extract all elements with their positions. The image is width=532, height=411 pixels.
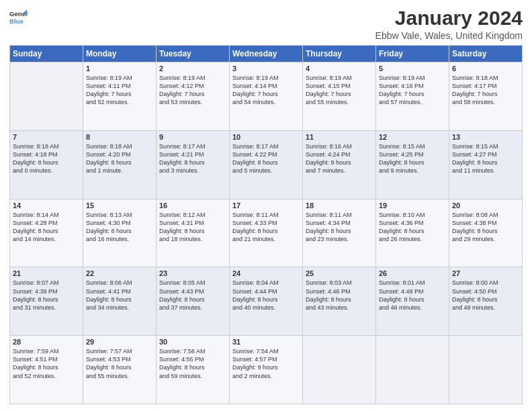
calendar-week-row: 1Sunrise: 8:19 AM Sunset: 4:11 PM Daylig… — [10, 62, 523, 131]
cell-details: Sunrise: 8:17 AM Sunset: 4:22 PM Dayligh… — [232, 142, 300, 175]
day-number: 1 — [86, 64, 153, 73]
cell-details: Sunrise: 8:03 AM Sunset: 4:46 PM Dayligh… — [306, 279, 373, 312]
calendar-week-row: 14Sunrise: 8:14 AM Sunset: 4:28 PM Dayli… — [10, 199, 523, 267]
day-number: 19 — [379, 201, 446, 210]
day-number: 29 — [86, 338, 153, 346]
calendar-cell: 20Sunrise: 8:08 AM Sunset: 4:38 PM Dayli… — [449, 199, 523, 267]
calendar-cell — [449, 336, 523, 404]
day-number: 15 — [86, 201, 153, 210]
cell-details: Sunrise: 8:07 AM Sunset: 4:39 PM Dayligh… — [13, 279, 80, 312]
day-number: 8 — [86, 133, 153, 141]
calendar-cell: 9Sunrise: 8:17 AM Sunset: 4:21 PM Daylig… — [157, 130, 230, 199]
cell-details: Sunrise: 8:08 AM Sunset: 4:38 PM Dayligh… — [452, 211, 519, 244]
page: General Blue January 2024 Ebbw Vale, Wal… — [0, 0, 532, 411]
calendar-cell: 29Sunrise: 7:57 AM Sunset: 4:53 PM Dayli… — [83, 336, 157, 404]
calendar-day-header: Sunday — [10, 46, 83, 62]
logo: General Blue — [9, 7, 28, 27]
cell-details: Sunrise: 7:59 AM Sunset: 4:51 PM Dayligh… — [13, 347, 80, 380]
cell-details: Sunrise: 8:16 AM Sunset: 4:24 PM Dayligh… — [306, 142, 373, 175]
cell-details: Sunrise: 7:57 AM Sunset: 4:53 PM Dayligh… — [86, 347, 153, 380]
calendar-day-header: Thursday — [303, 46, 376, 62]
main-title: January 2024 — [375, 7, 523, 29]
day-number: 13 — [452, 133, 519, 141]
day-number: 7 — [13, 133, 80, 141]
calendar-day-header: Saturday — [449, 46, 523, 62]
cell-details: Sunrise: 8:04 AM Sunset: 4:44 PM Dayligh… — [232, 279, 300, 312]
calendar-week-row: 28Sunrise: 7:59 AM Sunset: 4:51 PM Dayli… — [10, 336, 523, 404]
cell-details: Sunrise: 8:18 AM Sunset: 4:18 PM Dayligh… — [13, 142, 80, 175]
calendar-day-header: Monday — [83, 46, 157, 62]
calendar-cell: 5Sunrise: 8:19 AM Sunset: 4:16 PM Daylig… — [376, 62, 449, 131]
cell-details: Sunrise: 8:18 AM Sunset: 4:17 PM Dayligh… — [452, 74, 519, 107]
calendar-cell: 2Sunrise: 8:19 AM Sunset: 4:12 PM Daylig… — [157, 62, 230, 131]
calendar-cell: 14Sunrise: 8:14 AM Sunset: 4:28 PM Dayli… — [10, 199, 83, 267]
day-number: 30 — [159, 338, 226, 346]
calendar-cell: 16Sunrise: 8:12 AM Sunset: 4:31 PM Dayli… — [157, 199, 230, 267]
cell-details: Sunrise: 8:14 AM Sunset: 4:28 PM Dayligh… — [13, 211, 80, 244]
cell-details: Sunrise: 7:54 AM Sunset: 4:57 PM Dayligh… — [232, 347, 300, 380]
day-number: 4 — [306, 64, 373, 73]
day-number: 20 — [452, 201, 519, 210]
day-number: 6 — [452, 64, 519, 73]
calendar-week-row: 21Sunrise: 8:07 AM Sunset: 4:39 PM Dayli… — [10, 267, 523, 336]
calendar-header-row: SundayMondayTuesdayWednesdayThursdayFrid… — [10, 46, 523, 62]
day-number: 10 — [232, 133, 300, 141]
cell-details: Sunrise: 8:17 AM Sunset: 4:21 PM Dayligh… — [159, 142, 226, 175]
cell-details: Sunrise: 8:19 AM Sunset: 4:15 PM Dayligh… — [306, 74, 373, 107]
cell-details: Sunrise: 7:56 AM Sunset: 4:55 PM Dayligh… — [159, 347, 226, 380]
cell-details: Sunrise: 8:19 AM Sunset: 4:14 PM Dayligh… — [232, 74, 300, 107]
day-number: 9 — [159, 133, 226, 141]
calendar-cell: 4Sunrise: 8:19 AM Sunset: 4:15 PM Daylig… — [303, 62, 376, 131]
day-number: 3 — [232, 64, 300, 73]
cell-details: Sunrise: 8:15 AM Sunset: 4:27 PM Dayligh… — [452, 142, 519, 175]
calendar-cell: 18Sunrise: 8:11 AM Sunset: 4:34 PM Dayli… — [303, 199, 376, 267]
day-number: 27 — [452, 269, 519, 277]
calendar-cell: 26Sunrise: 8:01 AM Sunset: 4:48 PM Dayli… — [376, 267, 449, 336]
day-number: 21 — [13, 269, 80, 277]
calendar-cell: 1Sunrise: 8:19 AM Sunset: 4:11 PM Daylig… — [83, 62, 157, 131]
calendar-cell: 28Sunrise: 7:59 AM Sunset: 4:51 PM Dayli… — [10, 336, 83, 404]
calendar: SundayMondayTuesdayWednesdayThursdayFrid… — [9, 45, 523, 404]
day-number: 12 — [379, 133, 446, 141]
calendar-cell: 31Sunrise: 7:54 AM Sunset: 4:57 PM Dayli… — [230, 336, 303, 404]
calendar-cell: 13Sunrise: 8:15 AM Sunset: 4:27 PM Dayli… — [449, 130, 523, 199]
header: General Blue January 2024 Ebbw Vale, Wal… — [9, 7, 523, 41]
cell-details: Sunrise: 8:11 AM Sunset: 4:34 PM Dayligh… — [306, 211, 373, 244]
calendar-cell — [10, 62, 83, 131]
day-number: 28 — [13, 338, 80, 346]
cell-details: Sunrise: 8:05 AM Sunset: 4:43 PM Dayligh… — [159, 279, 226, 312]
calendar-cell: 30Sunrise: 7:56 AM Sunset: 4:55 PM Dayli… — [157, 336, 230, 404]
cell-details: Sunrise: 8:19 AM Sunset: 4:11 PM Dayligh… — [86, 74, 153, 107]
day-number: 26 — [379, 269, 446, 277]
calendar-cell: 23Sunrise: 8:05 AM Sunset: 4:43 PM Dayli… — [157, 267, 230, 336]
calendar-cell: 25Sunrise: 8:03 AM Sunset: 4:46 PM Dayli… — [303, 267, 376, 336]
day-number: 24 — [232, 269, 300, 277]
calendar-cell — [303, 336, 376, 404]
calendar-cell: 22Sunrise: 8:06 AM Sunset: 4:41 PM Dayli… — [83, 267, 157, 336]
calendar-day-header: Tuesday — [157, 46, 230, 62]
day-number: 25 — [306, 269, 373, 277]
title-block: January 2024 Ebbw Vale, Wales, United Ki… — [375, 7, 523, 41]
cell-details: Sunrise: 8:19 AM Sunset: 4:16 PM Dayligh… — [379, 74, 446, 107]
day-number: 16 — [159, 201, 226, 210]
cell-details: Sunrise: 8:11 AM Sunset: 4:33 PM Dayligh… — [232, 211, 300, 244]
day-number: 22 — [86, 269, 153, 277]
calendar-cell: 7Sunrise: 8:18 AM Sunset: 4:18 PM Daylig… — [10, 130, 83, 199]
calendar-day-header: Friday — [376, 46, 449, 62]
cell-details: Sunrise: 8:15 AM Sunset: 4:25 PM Dayligh… — [379, 142, 446, 175]
calendar-day-header: Wednesday — [230, 46, 303, 62]
day-number: 31 — [232, 338, 300, 346]
day-number: 5 — [379, 64, 446, 73]
calendar-cell: 19Sunrise: 8:10 AM Sunset: 4:36 PM Dayli… — [376, 199, 449, 267]
subtitle: Ebbw Vale, Wales, United Kingdom — [375, 30, 523, 41]
calendar-cell: 8Sunrise: 8:18 AM Sunset: 4:20 PM Daylig… — [83, 130, 157, 199]
day-number: 23 — [159, 269, 226, 277]
day-number: 2 — [159, 64, 226, 73]
cell-details: Sunrise: 8:12 AM Sunset: 4:31 PM Dayligh… — [159, 211, 226, 244]
cell-details: Sunrise: 8:13 AM Sunset: 4:30 PM Dayligh… — [86, 211, 153, 244]
logo-icon: General Blue — [9, 8, 28, 27]
calendar-cell: 12Sunrise: 8:15 AM Sunset: 4:25 PM Dayli… — [376, 130, 449, 199]
cell-details: Sunrise: 8:01 AM Sunset: 4:48 PM Dayligh… — [379, 279, 446, 312]
calendar-cell: 3Sunrise: 8:19 AM Sunset: 4:14 PM Daylig… — [230, 62, 303, 131]
cell-details: Sunrise: 8:06 AM Sunset: 4:41 PM Dayligh… — [86, 279, 153, 312]
